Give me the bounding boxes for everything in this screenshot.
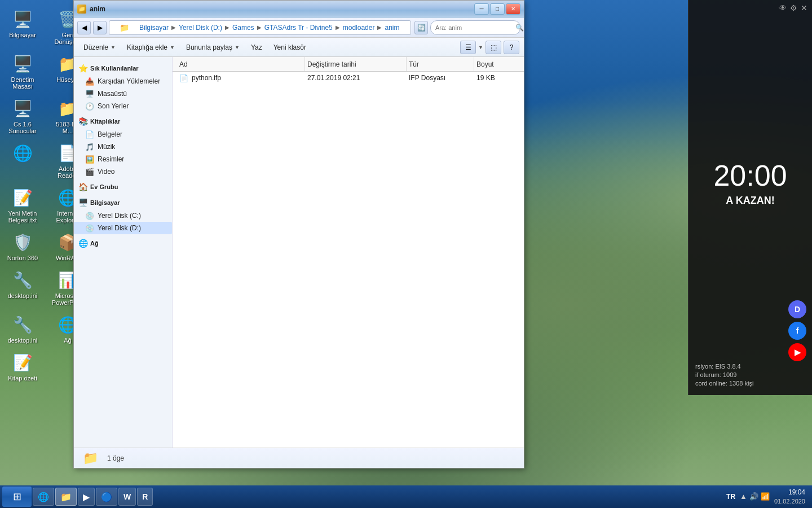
widget-time: 20:00: [713, 161, 787, 190]
sidebar-header-bilgisayar[interactable]: 🖥️ Bilgisayar: [74, 196, 172, 209]
col-header-boyut[interactable]: Boyut: [474, 57, 519, 71]
col-header-ad[interactable]: Ad: [177, 57, 305, 71]
desktop-icon-desktop-ini2[interactable]: 🔧 desktop.ini: [3, 311, 42, 346]
sidebar-section-kitapliklar: 📚 Kitaplıklar 📄 Belgeler 🎵 Müzik 🖼️ Resi…: [74, 115, 172, 178]
file-size-cell: 19 KB: [474, 74, 519, 82]
address-bar[interactable]: 📁 Bilgisayar ▶ Yerel Disk (D:) ▶ Games ▶: [109, 20, 411, 35]
search-icon[interactable]: 🔍: [515, 24, 524, 32]
sidebar-item-masaustu[interactable]: 🖥️ Masaüstü: [74, 87, 172, 100]
title-bar-left: 📁 anim: [77, 5, 105, 14]
sidebar-item-belgeler[interactable]: 📄 Belgeler: [74, 128, 172, 141]
taskbar-item-winrar[interactable]: R: [137, 488, 153, 506]
tray-network-icon[interactable]: 📶: [761, 492, 770, 501]
search-bar[interactable]: 🔍: [430, 20, 520, 35]
clock-display[interactable]: 19:04 01.02.2020: [774, 488, 805, 505]
tray-arrow-icon[interactable]: ▲: [740, 492, 747, 501]
sidebar-item-disk-d[interactable]: 💿 Yerel Disk (D:): [74, 222, 172, 234]
address-part-games[interactable]: Games ▶: [231, 23, 262, 32]
col-header-tur[interactable]: Tür: [407, 57, 474, 71]
discord-social-button[interactable]: D: [788, 300, 806, 318]
sidebar-header-sik-kullanilanlar[interactable]: ⭐ Sık Kullanılanlar: [74, 62, 172, 75]
bununla-paylas-button[interactable]: Bununla paylaş ▼: [181, 41, 245, 54]
column-headers: Ad Değiştirme tarihi Tür Boyut: [173, 57, 524, 72]
kitapliga-ekle-button[interactable]: Kitaplığa ekle ▼: [122, 41, 180, 54]
kitap-icon: 📝: [11, 351, 34, 374]
address-text-bilgisayar[interactable]: Bilgisayar: [138, 23, 170, 32]
taskbar-item-word[interactable]: W: [118, 488, 136, 506]
download-icon: 📥: [85, 77, 94, 86]
taskbar-winrar-icon: R: [142, 492, 148, 501]
sidebar-item-karsidan[interactable]: 📥 Karşıdan Yüklemeler: [74, 75, 172, 87]
preview-pane-button[interactable]: ⬚: [486, 41, 501, 54]
address-text-games[interactable]: Games: [231, 23, 256, 32]
desktop-icon-chrome[interactable]: 🌐: [3, 139, 42, 181]
karsidan-label: Karşıdan Yüklemeler: [98, 77, 160, 85]
refresh-button[interactable]: 🔄: [414, 21, 428, 34]
disk-c-label: Yerel Disk (C:): [98, 212, 141, 220]
music-icon: 🎵: [85, 142, 94, 151]
norton-icon: 🛡️: [11, 231, 34, 253]
sidebar-item-video[interactable]: 🎬 Video: [74, 165, 172, 178]
duzenle-button[interactable]: Düzenle ▼: [78, 41, 121, 54]
taskbar-item-explorer[interactable]: 📁: [55, 488, 77, 506]
col-header-tarih[interactable]: Değiştirme tarihi: [305, 57, 407, 71]
sidebar-item-muzik[interactable]: 🎵 Müzik: [74, 141, 172, 153]
forward-button[interactable]: ▶: [93, 21, 107, 34]
sidebar-item-disk-c[interactable]: 💿 Yerel Disk (C:): [74, 209, 172, 222]
youtube-social-button[interactable]: ▶: [788, 343, 806, 361]
sidebar: ⭐ Sık Kullanılanlar 📥 Karşıdan Yüklemele…: [74, 57, 173, 448]
close-button[interactable]: ✕: [506, 3, 520, 15]
widget-title-bar: 👁 ⚙ ✕: [689, 0, 812, 16]
masaustu-label: Masaüstü: [98, 90, 127, 98]
disk-d-label: Yerel Disk (D:): [98, 224, 141, 232]
start-button[interactable]: ⊞: [2, 487, 32, 507]
sidebar-section-sik-kullanilanlar: ⭐ Sık Kullanılanlar 📥 Karşıdan Yüklemele…: [74, 62, 172, 112]
address-part-modloader[interactable]: modloader ▶: [341, 23, 382, 32]
widget-gear-icon[interactable]: ⚙: [790, 3, 797, 12]
ag-sidebar-label: Ağ: [90, 240, 99, 247]
bununla-label: Bununla paylaş: [186, 43, 232, 51]
sidebar-section-bilgisayar: 🖥️ Bilgisayar 💿 Yerel Disk (C:) 💿 Yerel …: [74, 196, 172, 234]
facebook-social-button[interactable]: f: [788, 322, 806, 340]
desktop-icon-cs16[interactable]: 🖥️ Cs 1.6 Sunucular: [3, 95, 42, 137]
window-icon: 📁: [77, 5, 86, 14]
yeni-klasor-button[interactable]: Yeni klasör: [268, 41, 311, 54]
search-input[interactable]: [435, 24, 513, 31]
widget-eye-icon[interactable]: 👁: [779, 3, 787, 12]
address-text-gta[interactable]: GTASAdrs Tr - Divine5: [263, 23, 334, 32]
clock-time: 19:04: [774, 488, 805, 497]
yaz-button[interactable]: Yaz: [246, 41, 267, 54]
sidebar-header-ev-grubu[interactable]: 🏠 Ev Grubu: [74, 180, 172, 194]
desktop-icon-bilgisayar[interactable]: 🖥️ Bilgisayar: [3, 6, 42, 47]
taskbar-item-media[interactable]: ▶: [78, 488, 95, 506]
desktop-icon-norton360[interactable]: 🛡️ Norton 360: [3, 229, 42, 264]
sidebar-item-son-yerler[interactable]: 🕐 Son Yerler: [74, 100, 172, 112]
address-part-anim[interactable]: anim: [383, 23, 401, 32]
taskbar-item-chrome[interactable]: 🔵: [96, 488, 117, 506]
tray-volume-icon[interactable]: 🔊: [749, 492, 758, 501]
chrome-icon: 🌐: [11, 142, 34, 164]
table-row[interactable]: 📄 python.ifp 27.01.2019 02:21 IFP Dosyas…: [173, 72, 524, 84]
taskbar-item-ie[interactable]: 🌐: [33, 488, 54, 506]
maximize-button[interactable]: □: [490, 3, 505, 15]
address-text-modloader[interactable]: modloader: [341, 23, 377, 32]
back-button[interactable]: ◀: [77, 21, 91, 34]
address-part-d[interactable]: Yerel Disk (D:) ▶: [177, 23, 230, 32]
desktop-icon-denetim[interactable]: 🖥️ Denetim Masası: [3, 50, 42, 92]
help-button[interactable]: ?: [504, 41, 519, 54]
desktop-icon-yeni-metin[interactable]: 📝 Yeni Metin Belgesi.txt: [3, 184, 42, 226]
sidebar-header-kitapliklar[interactable]: 📚 Kitaplıklar: [74, 115, 172, 128]
address-part-gta[interactable]: GTASAdrs Tr - Divine5 ▶: [263, 23, 340, 32]
col-ad-label: Ad: [179, 60, 188, 68]
address-text-d[interactable]: Yerel Disk (D:): [177, 23, 224, 32]
widget-close-icon[interactable]: ✕: [801, 3, 807, 12]
bilgisayar-icon: 🖥️: [11, 8, 34, 30]
address-text-anim[interactable]: anim: [383, 23, 401, 32]
view-options-button[interactable]: ☰: [460, 41, 476, 54]
desktop-icon-kitap-ozeti[interactable]: 📝 Kitap özeti: [3, 349, 42, 384]
sidebar-item-resimler[interactable]: 🖼️ Resimler: [74, 153, 172, 165]
minimize-button[interactable]: ─: [474, 3, 489, 15]
address-part-bilgisayar[interactable]: Bilgisayar ▶: [138, 23, 176, 32]
desktop-icon-desktop-ini[interactable]: 🔧 desktop.ini: [3, 266, 42, 308]
sidebar-header-ag[interactable]: 🌐 Ağ: [74, 237, 172, 250]
